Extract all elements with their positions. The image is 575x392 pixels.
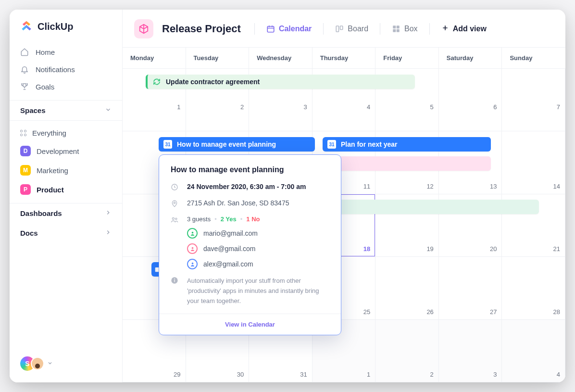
- popover-datetime-row: 24 November 2020, 6:30 am - 7:00 am: [171, 183, 329, 192]
- project-icon: [134, 19, 153, 38]
- chevron-down-icon[interactable]: [47, 359, 53, 368]
- sidebar-nav: Home Notifications Goals: [10, 41, 122, 100]
- svg-point-12: [191, 231, 193, 233]
- day-number: 21: [553, 245, 560, 253]
- calendar-date-icon: 31: [327, 140, 336, 149]
- add-view-label: Add view: [453, 25, 487, 33]
- space-marketing[interactable]: M Marketing: [14, 161, 117, 180]
- popover-info-row: Automatically import your stuff from oth…: [171, 276, 329, 306]
- space-badge: M: [20, 165, 31, 176]
- view-tab-label: Calendar: [279, 25, 312, 33]
- app-window: ClickUp Home Notifications Goals: [10, 10, 565, 382]
- day-number: 14: [553, 183, 560, 190]
- event-title: Update contractor agreement: [166, 78, 260, 86]
- info-icon: [171, 277, 179, 286]
- spaces-list: Everything D Development M Marketing P P…: [10, 121, 122, 203]
- add-view-button[interactable]: Add view: [441, 24, 487, 34]
- day-number: 26: [426, 308, 433, 316]
- event-bar-update-contractor[interactable]: Update contractor agreement: [146, 75, 415, 89]
- docs-header[interactable]: Docs: [10, 223, 122, 243]
- calendar-date-icon: 31: [163, 140, 172, 149]
- divider: [429, 23, 430, 35]
- day-number: 28: [553, 308, 560, 316]
- guest-item[interactable]: alex@gmail.com: [187, 259, 329, 269]
- guest-item[interactable]: dave@gmail.com: [187, 243, 329, 254]
- calendar-header: Monday Tuesday Wednesday Thursday Friday…: [123, 47, 565, 69]
- event-bar-mint[interactable]: [323, 200, 539, 214]
- topbar: Release Project Calendar Board B: [123, 10, 565, 47]
- project-title: Release Project: [162, 23, 241, 35]
- user-avatars[interactable]: S: [19, 355, 44, 372]
- calendar-cell[interactable]: 7: [502, 69, 565, 131]
- space-product[interactable]: P Product: [14, 180, 117, 199]
- view-tab-box[interactable]: Box: [389, 25, 421, 33]
- avatar-photo: [31, 357, 44, 370]
- nav-notifications[interactable]: Notifications: [14, 61, 117, 78]
- guests-no: 1 No: [246, 215, 260, 223]
- popover-datetime: 24 November 2020, 6:30 am - 7:00 am: [187, 183, 306, 190]
- day-number: 25: [363, 308, 370, 316]
- divider: [380, 23, 380, 35]
- view-tab-calendar[interactable]: Calendar: [263, 25, 314, 33]
- space-label: Marketing: [37, 166, 68, 175]
- logo[interactable]: ClickUp: [10, 10, 122, 41]
- svg-point-17: [174, 278, 175, 279]
- nav-home[interactable]: Home: [14, 43, 117, 61]
- svg-point-13: [191, 247, 193, 249]
- day-number: 13: [490, 183, 497, 190]
- day-number: 2: [240, 103, 244, 111]
- day-number: 1: [177, 103, 180, 111]
- dashboards-label: Dashboards: [20, 209, 62, 217]
- svg-rect-4: [397, 25, 400, 28]
- svg-rect-0: [267, 26, 274, 32]
- spaces-header-label: Spaces: [20, 106, 46, 114]
- svg-rect-5: [393, 29, 396, 32]
- event-bar-event-planning[interactable]: 31 How to manage event planning: [159, 137, 315, 152]
- view-tab-board[interactable]: Board: [332, 25, 371, 33]
- space-badge: D: [20, 146, 31, 156]
- calendar-cell[interactable]: 14: [502, 131, 565, 194]
- dayname: Wednesday: [249, 48, 312, 68]
- day-number: 6: [493, 103, 497, 111]
- chevron-down-icon: [105, 106, 112, 114]
- calendar-grid[interactable]: 1234567891011121314151617181920212223242…: [123, 69, 565, 382]
- chevron-right-icon: [105, 229, 112, 237]
- calendar-cell[interactable]: 26: [375, 257, 439, 319]
- svg-point-9: [174, 202, 175, 203]
- dayname: Sunday: [502, 48, 565, 68]
- dayname: Saturday: [439, 48, 502, 68]
- day-number: 30: [237, 371, 244, 378]
- day-number: 3: [493, 371, 497, 378]
- chevron-right-icon: [105, 209, 112, 217]
- event-bar-pink[interactable]: [323, 156, 491, 171]
- svg-rect-1: [337, 26, 339, 32]
- docs-label: Docs: [20, 229, 38, 237]
- day-number: 29: [174, 371, 180, 378]
- space-label: Everything: [32, 129, 66, 137]
- calendar-cell[interactable]: 27: [439, 257, 502, 319]
- view-in-calendar-link[interactable]: View in Calendar: [159, 314, 341, 335]
- calendar-cell[interactable]: 2: [375, 320, 439, 382]
- space-label: Product: [37, 186, 64, 194]
- guest-email: alex@gmail.com: [203, 260, 253, 268]
- trophy-icon: [20, 82, 29, 91]
- event-title: How to manage event planning: [177, 140, 276, 148]
- guest-item[interactable]: mario@gmail.com: [187, 228, 329, 239]
- spaces-header[interactable]: Spaces: [10, 100, 122, 121]
- calendar-cell[interactable]: 3: [439, 320, 502, 382]
- calendar-cell[interactable]: 6: [439, 69, 502, 131]
- calendar-cell[interactable]: 28: [502, 257, 565, 319]
- bell-icon: [20, 65, 29, 74]
- space-development[interactable]: D Development: [14, 141, 117, 161]
- calendar-cell[interactable]: 4: [502, 320, 565, 382]
- guest-email: dave@gmail.com: [203, 245, 255, 253]
- event-bar-plan-next-year[interactable]: 31 Plan for next year: [323, 137, 491, 152]
- popover-location-row: 2715 Ash Dr. San Jose, SD 83475: [171, 199, 329, 209]
- avatar-icon: [187, 243, 198, 254]
- space-everything[interactable]: Everything: [14, 125, 117, 141]
- dashboards-header[interactable]: Dashboards: [10, 203, 122, 223]
- popover-title: How to manage event planning: [171, 165, 329, 174]
- dayname: Monday: [123, 48, 186, 68]
- clock-icon: [171, 183, 179, 192]
- nav-goals[interactable]: Goals: [14, 78, 117, 95]
